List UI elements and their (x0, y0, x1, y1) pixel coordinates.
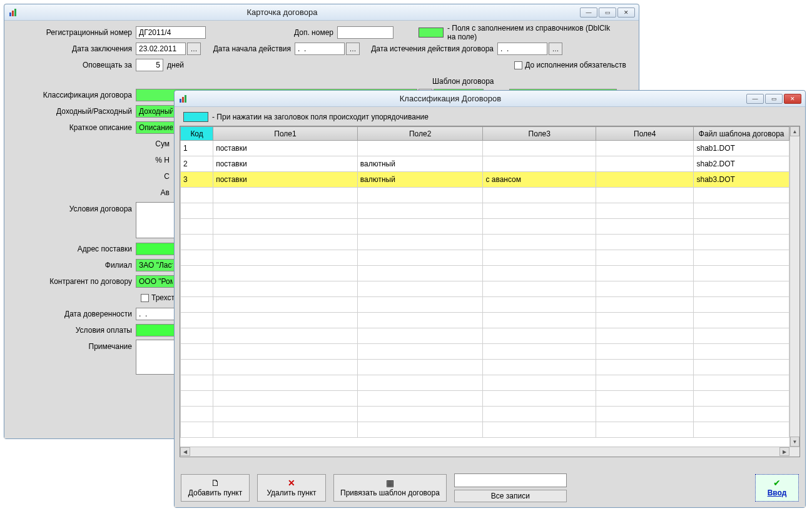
col-kod[interactable]: Код (181, 127, 213, 141)
table-cell[interactable] (596, 250, 693, 266)
bind-template-button[interactable]: ▦ Привязать шаблон договора (333, 474, 447, 502)
table-cell[interactable]: 3 (181, 172, 213, 188)
table-cell[interactable] (181, 250, 213, 266)
table-row[interactable] (181, 360, 799, 375)
table-row[interactable] (181, 297, 799, 313)
table-cell[interactable] (181, 235, 213, 250)
table-cell[interactable] (357, 375, 483, 391)
table-cell[interactable] (357, 235, 483, 250)
table-cell[interactable] (596, 281, 693, 297)
table-cell[interactable] (181, 391, 213, 407)
table-cell[interactable] (181, 360, 213, 375)
table-row[interactable] (181, 328, 799, 344)
table-cell[interactable] (596, 266, 693, 281)
table-cell[interactable] (181, 407, 213, 422)
table-cell[interactable] (213, 250, 358, 266)
maximize-button[interactable]: ▭ (599, 8, 616, 18)
table-cell[interactable] (483, 375, 596, 391)
table-cell[interactable] (483, 328, 596, 344)
table-row[interactable] (181, 281, 799, 297)
table-cell[interactable]: shab2.DOT (694, 156, 789, 172)
table-cell[interactable] (483, 250, 596, 266)
table-cell[interactable] (213, 391, 358, 407)
table-cell[interactable] (596, 360, 693, 375)
table-cell[interactable] (483, 266, 596, 281)
income-expense-input[interactable] (136, 105, 176, 118)
table-row[interactable] (181, 407, 799, 422)
table-cell[interactable] (596, 156, 693, 172)
filter-input[interactable] (454, 473, 567, 487)
table-row[interactable] (181, 391, 799, 407)
scroll-up-button[interactable]: ▲ (790, 126, 799, 136)
proxy-date-input[interactable] (136, 308, 176, 320)
table-cell[interactable] (483, 297, 596, 313)
minimize-button[interactable]: — (580, 8, 597, 18)
table-cell[interactable] (694, 422, 789, 438)
table-cell[interactable] (483, 344, 596, 360)
table-cell[interactable] (213, 328, 358, 344)
table-row[interactable] (181, 344, 799, 360)
vertical-scrollbar[interactable]: ▲ ▼ (789, 126, 799, 447)
table-cell[interactable] (694, 313, 789, 328)
table-cell[interactable] (596, 188, 693, 203)
table-cell[interactable]: с авансом (483, 172, 596, 188)
table-cell[interactable] (694, 344, 789, 360)
table-cell[interactable]: поставки (213, 172, 358, 188)
table-cell[interactable] (357, 250, 483, 266)
table-cell[interactable] (596, 203, 693, 219)
table-cell[interactable] (213, 297, 358, 313)
scroll-left-button[interactable]: ◀ (180, 447, 190, 456)
note-textarea[interactable] (136, 340, 176, 375)
all-records-button[interactable]: Все записи (454, 490, 567, 502)
table-cell[interactable]: поставки (213, 156, 358, 172)
table-row[interactable] (181, 313, 799, 328)
tripartite-checkbox[interactable] (141, 294, 149, 302)
table-cell[interactable] (694, 203, 789, 219)
table-cell[interactable] (213, 266, 358, 281)
table-cell[interactable] (213, 375, 358, 391)
grid-header-row[interactable]: Код Поле1 Поле2 Поле3 Поле4 Файл шаблона… (181, 127, 799, 141)
until-commit-checkbox[interactable] (514, 61, 522, 69)
col-p2[interactable]: Поле2 (357, 127, 483, 141)
enter-button[interactable]: ✔ Ввод (755, 474, 799, 502)
classification-grid[interactable]: Код Поле1 Поле2 Поле3 Поле4 Файл шаблона… (180, 126, 800, 457)
table-cell[interactable] (181, 328, 213, 344)
short-desc-input[interactable] (136, 121, 176, 134)
table-cell[interactable] (483, 219, 596, 235)
table-cell[interactable] (694, 391, 789, 407)
modal-titlebar[interactable]: Классификация Договоров — ▭ ✕ (175, 91, 805, 107)
table-cell[interactable] (357, 313, 483, 328)
scroll-right-button[interactable]: ▶ (779, 447, 789, 456)
table-row[interactable]: 3поставкивалютныйс авансомshab3.DOT (181, 172, 799, 188)
table-cell[interactable] (596, 219, 693, 235)
notify-days-input[interactable] (136, 59, 163, 71)
table-cell[interactable] (357, 203, 483, 219)
table-cell[interactable]: 1 (181, 141, 213, 156)
table-cell[interactable] (596, 313, 693, 328)
scroll-down-button[interactable]: ▼ (790, 437, 799, 447)
table-cell[interactable] (694, 328, 789, 344)
modal-close-button[interactable]: ✕ (784, 94, 801, 104)
table-row[interactable] (181, 219, 799, 235)
dop-num-input[interactable] (337, 26, 393, 39)
table-row[interactable] (181, 250, 799, 266)
col-file[interactable]: Файл шаблона договора (694, 127, 789, 141)
col-p1[interactable]: Поле1 (213, 127, 358, 141)
end-date-picker-button[interactable]: … (549, 43, 562, 55)
table-cell[interactable] (213, 313, 358, 328)
table-cell[interactable] (483, 422, 596, 438)
table-cell[interactable] (596, 422, 693, 438)
end-date-input[interactable] (497, 43, 547, 55)
table-cell[interactable] (596, 141, 693, 156)
table-cell[interactable] (181, 188, 213, 203)
table-cell[interactable] (181, 203, 213, 219)
delete-item-button[interactable]: ✕ Удалить пункт (257, 474, 326, 502)
table-cell[interactable] (213, 281, 358, 297)
table-cell[interactable] (596, 344, 693, 360)
branch-input[interactable] (136, 259, 176, 271)
table-cell[interactable] (357, 344, 483, 360)
table-cell[interactable] (483, 281, 596, 297)
table-cell[interactable] (181, 219, 213, 235)
table-cell[interactable] (357, 391, 483, 407)
table-cell[interactable]: shab1.DOT (694, 141, 789, 156)
